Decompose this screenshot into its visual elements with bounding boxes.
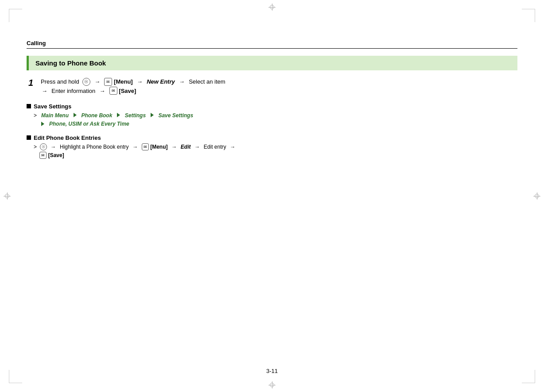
arrow1: → xyxy=(94,78,100,85)
corner-mark-tl xyxy=(9,9,22,22)
nav-main-menu: Main Menu xyxy=(41,112,69,119)
edit-menu-label: [Menu] xyxy=(150,144,167,150)
arrow5: → xyxy=(99,88,105,94)
edit-entries-body: > ☉ → Highlight a Phone Book entry → ✉ [… xyxy=(27,143,517,160)
save-icon: ✉ xyxy=(109,87,117,95)
nav-arrow-3 xyxy=(151,113,154,117)
step-number: 1 xyxy=(28,77,41,88)
bullet-square-2 xyxy=(27,135,31,140)
edit-save-label: [Save] xyxy=(48,152,64,158)
edit-arrow4: → xyxy=(194,144,200,150)
corner-mark-br xyxy=(522,370,535,383)
edit-phone-icon: ☉ xyxy=(40,143,47,150)
arrow4: → xyxy=(42,88,47,94)
page-container: Calling Saving to Phone Book 1 Press and… xyxy=(0,0,544,392)
enter-text: Enter information xyxy=(51,88,95,94)
nav-arrow-1 xyxy=(74,113,77,117)
edit-arrow1: → xyxy=(51,144,56,150)
corner-mark-tr xyxy=(522,9,535,22)
save-settings-body: > Main Menu Phone Book Settings Save Set… xyxy=(27,111,517,128)
new-entry-label: New Entry xyxy=(147,78,175,85)
edit-entries-title: Edit Phone Book Entries xyxy=(34,135,101,141)
step-1-block: 1 Press and hold ☉ → ✉ [Menu] → New Entr… xyxy=(27,77,517,96)
edit-menu-icon: ✉ xyxy=(142,143,149,150)
center-top-mark xyxy=(268,4,276,11)
path-arrow-prefix: > xyxy=(34,112,37,119)
nav-settings: Settings xyxy=(125,112,146,119)
green-header: Saving to Phone Book xyxy=(27,56,517,70)
edit-label: Edit xyxy=(181,144,191,150)
page-number: 3-11 xyxy=(266,368,278,374)
arrow2: → xyxy=(137,78,143,85)
nav-save-settings: Save Settings xyxy=(158,112,193,119)
arrow3: → xyxy=(179,78,185,85)
nav-arrow-2 xyxy=(117,113,120,117)
edit-arrow2: → xyxy=(132,144,138,150)
step-1-content: Press and hold ☉ → ✉ [Menu] → New Entry … xyxy=(41,77,225,96)
save-settings-header: Save Settings xyxy=(27,103,517,110)
phone-icon: ☉ xyxy=(82,78,90,86)
edit-path-prefix: > xyxy=(34,144,37,150)
nav-arrow-4 xyxy=(41,122,44,126)
nav-options: Phone, USIM or Ask Every Time xyxy=(49,121,129,127)
center-bottom-mark xyxy=(268,381,276,388)
section-heading: Saving to Phone Book xyxy=(32,59,106,67)
select-text: Select an item xyxy=(189,78,225,85)
edit-entry-text: Edit entry xyxy=(204,144,226,150)
save-settings-title: Save Settings xyxy=(34,103,71,110)
edit-highlight-text: Highlight a Phone Book entry xyxy=(60,144,128,150)
main-content: Calling Saving to Phone Book 1 Press and… xyxy=(27,40,517,166)
save-settings-section: Save Settings > Main Menu Phone Book Set… xyxy=(27,103,517,128)
step1-text-press: Press and hold xyxy=(41,78,79,85)
edit-entries-section: Edit Phone Book Entries > ☉ → Highlight … xyxy=(27,135,517,160)
center-left-mark xyxy=(4,192,11,200)
edit-entries-header: Edit Phone Book Entries xyxy=(27,135,517,141)
edit-arrow5: → xyxy=(230,144,235,150)
section-title: Calling xyxy=(27,40,517,49)
edit-save-icon: ✉ xyxy=(39,152,47,159)
menu-icon: ✉ xyxy=(104,78,112,86)
menu-label: [Menu] xyxy=(114,78,133,85)
bullet-square-1 xyxy=(27,104,31,108)
center-right-mark xyxy=(533,192,540,200)
edit-arrow3: → xyxy=(171,144,177,150)
nav-phone-book: Phone Book xyxy=(81,112,112,119)
save-label: [Save] xyxy=(119,88,136,94)
corner-mark-bl xyxy=(9,370,22,383)
green-header-bar xyxy=(27,56,29,70)
